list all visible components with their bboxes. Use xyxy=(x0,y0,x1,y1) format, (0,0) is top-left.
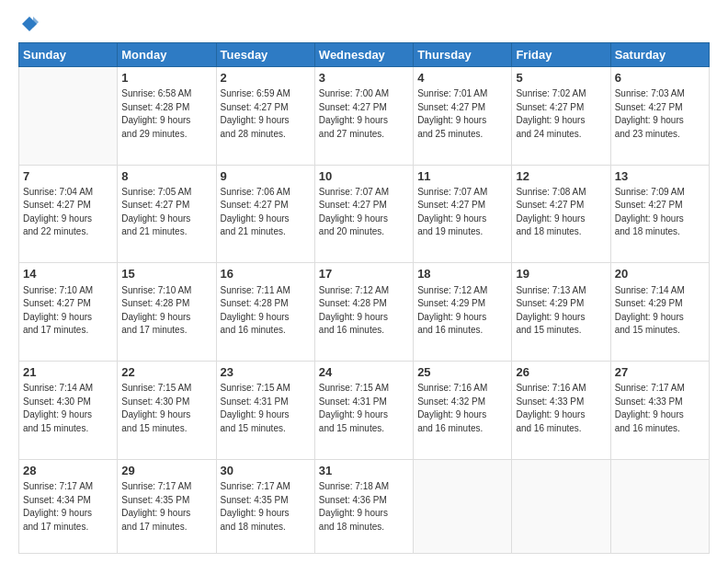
weekday-saturday: Saturday xyxy=(610,43,709,67)
calendar-cell: 4Sunrise: 7:01 AM Sunset: 4:27 PM Daylig… xyxy=(414,67,512,166)
day-info: Sunrise: 7:00 AM Sunset: 4:27 PM Dayligh… xyxy=(319,87,409,141)
day-number: 22 xyxy=(121,364,211,381)
calendar-table: SundayMondayTuesdayWednesdayThursdayFrid… xyxy=(18,42,710,554)
calendar-cell xyxy=(610,459,709,553)
day-info: Sunrise: 6:59 AM Sunset: 4:27 PM Dayligh… xyxy=(221,87,311,141)
weekday-wednesday: Wednesday xyxy=(314,43,413,67)
day-info: Sunrise: 7:14 AM Sunset: 4:29 PM Dayligh… xyxy=(615,284,705,338)
day-number: 30 xyxy=(221,463,311,479)
day-info: Sunrise: 7:07 AM Sunset: 4:27 PM Dayligh… xyxy=(417,186,507,239)
day-number: 8 xyxy=(121,168,211,185)
calendar-cell: 25Sunrise: 7:16 AM Sunset: 4:32 PM Dayli… xyxy=(414,362,512,460)
calendar-cell: 19Sunrise: 7:13 AM Sunset: 4:29 PM Dayli… xyxy=(512,263,610,362)
day-number: 15 xyxy=(121,266,211,282)
logo xyxy=(18,15,39,33)
calendar-cell: 5Sunrise: 7:02 AM Sunset: 4:27 PM Daylig… xyxy=(512,67,610,166)
day-number: 26 xyxy=(516,364,606,381)
day-number: 3 xyxy=(319,70,409,86)
week-row-3: 21Sunrise: 7:14 AM Sunset: 4:30 PM Dayli… xyxy=(19,362,710,460)
day-number: 17 xyxy=(319,266,409,282)
day-info: Sunrise: 7:15 AM Sunset: 4:31 PM Dayligh… xyxy=(221,382,311,435)
calendar-cell: 14Sunrise: 7:10 AM Sunset: 4:27 PM Dayli… xyxy=(19,263,118,362)
day-info: Sunrise: 7:04 AM Sunset: 4:27 PM Dayligh… xyxy=(23,186,113,239)
day-info: Sunrise: 7:03 AM Sunset: 4:27 PM Dayligh… xyxy=(615,87,705,141)
day-info: Sunrise: 7:12 AM Sunset: 4:29 PM Dayligh… xyxy=(417,284,507,338)
day-info: Sunrise: 7:09 AM Sunset: 4:27 PM Dayligh… xyxy=(615,186,705,239)
day-number: 28 xyxy=(23,463,113,479)
calendar-cell: 29Sunrise: 7:17 AM Sunset: 4:35 PM Dayli… xyxy=(118,459,216,553)
weekday-monday: Monday xyxy=(118,43,216,67)
svg-marker-1 xyxy=(33,17,39,28)
calendar-cell: 15Sunrise: 7:10 AM Sunset: 4:28 PM Dayli… xyxy=(118,263,216,362)
day-info: Sunrise: 7:01 AM Sunset: 4:27 PM Dayligh… xyxy=(417,87,507,141)
day-number: 29 xyxy=(121,463,211,479)
day-number: 2 xyxy=(221,70,311,86)
calendar-cell: 31Sunrise: 7:18 AM Sunset: 4:36 PM Dayli… xyxy=(314,459,413,553)
calendar-cell: 6Sunrise: 7:03 AM Sunset: 4:27 PM Daylig… xyxy=(610,67,709,166)
day-info: Sunrise: 7:16 AM Sunset: 4:32 PM Dayligh… xyxy=(417,382,507,435)
calendar-cell: 26Sunrise: 7:16 AM Sunset: 4:33 PM Dayli… xyxy=(512,362,610,460)
day-number: 11 xyxy=(417,168,507,185)
day-number: 1 xyxy=(121,70,211,86)
page: SundayMondayTuesdayWednesdayThursdayFrid… xyxy=(0,0,728,563)
day-info: Sunrise: 7:16 AM Sunset: 4:33 PM Dayligh… xyxy=(516,382,606,435)
calendar-cell: 7Sunrise: 7:04 AM Sunset: 4:27 PM Daylig… xyxy=(19,165,118,263)
day-info: Sunrise: 7:18 AM Sunset: 4:36 PM Dayligh… xyxy=(319,480,409,534)
calendar-cell: 12Sunrise: 7:08 AM Sunset: 4:27 PM Dayli… xyxy=(512,165,610,263)
day-info: Sunrise: 7:05 AM Sunset: 4:27 PM Dayligh… xyxy=(121,186,211,239)
day-info: Sunrise: 7:06 AM Sunset: 4:27 PM Dayligh… xyxy=(221,186,311,239)
day-info: Sunrise: 7:17 AM Sunset: 4:33 PM Dayligh… xyxy=(615,382,705,435)
day-info: Sunrise: 7:13 AM Sunset: 4:29 PM Dayligh… xyxy=(516,284,606,338)
day-info: Sunrise: 7:14 AM Sunset: 4:30 PM Dayligh… xyxy=(23,382,113,435)
calendar-cell xyxy=(19,67,118,166)
day-info: Sunrise: 7:17 AM Sunset: 4:35 PM Dayligh… xyxy=(221,480,311,534)
calendar-cell: 18Sunrise: 7:12 AM Sunset: 4:29 PM Dayli… xyxy=(414,263,512,362)
day-number: 27 xyxy=(615,364,705,381)
day-info: Sunrise: 7:17 AM Sunset: 4:35 PM Dayligh… xyxy=(121,480,211,534)
calendar-cell: 17Sunrise: 7:12 AM Sunset: 4:28 PM Dayli… xyxy=(314,263,413,362)
day-number: 13 xyxy=(615,168,705,185)
calendar-cell: 28Sunrise: 7:17 AM Sunset: 4:34 PM Dayli… xyxy=(19,459,118,553)
calendar-cell: 21Sunrise: 7:14 AM Sunset: 4:30 PM Dayli… xyxy=(19,362,118,460)
calendar-cell xyxy=(414,459,512,553)
day-number: 23 xyxy=(221,364,311,381)
day-info: Sunrise: 7:02 AM Sunset: 4:27 PM Dayligh… xyxy=(516,87,606,141)
calendar-cell: 1Sunrise: 6:58 AM Sunset: 4:28 PM Daylig… xyxy=(118,67,216,166)
day-number: 25 xyxy=(417,364,507,381)
day-info: Sunrise: 7:15 AM Sunset: 4:31 PM Dayligh… xyxy=(319,382,409,435)
day-info: Sunrise: 7:15 AM Sunset: 4:30 PM Dayligh… xyxy=(121,382,211,435)
calendar-cell: 30Sunrise: 7:17 AM Sunset: 4:35 PM Dayli… xyxy=(216,459,314,553)
day-info: Sunrise: 6:58 AM Sunset: 4:28 PM Dayligh… xyxy=(121,87,211,141)
calendar-cell: 24Sunrise: 7:15 AM Sunset: 4:31 PM Dayli… xyxy=(314,362,413,460)
day-number: 24 xyxy=(319,364,409,381)
day-info: Sunrise: 7:11 AM Sunset: 4:28 PM Dayligh… xyxy=(221,284,311,338)
day-number: 18 xyxy=(417,266,507,282)
day-info: Sunrise: 7:08 AM Sunset: 4:27 PM Dayligh… xyxy=(516,186,606,239)
week-row-4: 28Sunrise: 7:17 AM Sunset: 4:34 PM Dayli… xyxy=(19,459,710,553)
week-row-1: 7Sunrise: 7:04 AM Sunset: 4:27 PM Daylig… xyxy=(19,165,710,263)
day-number: 4 xyxy=(417,70,507,86)
day-number: 9 xyxy=(221,168,311,185)
weekday-friday: Friday xyxy=(512,43,610,67)
logo-icon xyxy=(20,15,39,33)
calendar-cell: 13Sunrise: 7:09 AM Sunset: 4:27 PM Dayli… xyxy=(610,165,709,263)
calendar-cell: 9Sunrise: 7:06 AM Sunset: 4:27 PM Daylig… xyxy=(216,165,314,263)
day-info: Sunrise: 7:10 AM Sunset: 4:28 PM Dayligh… xyxy=(121,284,211,338)
calendar-cell: 23Sunrise: 7:15 AM Sunset: 4:31 PM Dayli… xyxy=(216,362,314,460)
day-number: 6 xyxy=(615,70,705,86)
day-number: 14 xyxy=(23,266,113,282)
calendar-cell: 20Sunrise: 7:14 AM Sunset: 4:29 PM Dayli… xyxy=(610,263,709,362)
day-info: Sunrise: 7:10 AM Sunset: 4:27 PM Dayligh… xyxy=(23,284,113,338)
weekday-sunday: Sunday xyxy=(19,43,118,67)
header xyxy=(18,15,710,33)
calendar-cell: 11Sunrise: 7:07 AM Sunset: 4:27 PM Dayli… xyxy=(414,165,512,263)
day-number: 5 xyxy=(516,70,606,86)
calendar-cell xyxy=(512,459,610,553)
day-info: Sunrise: 7:07 AM Sunset: 4:27 PM Dayligh… xyxy=(319,186,409,239)
weekday-tuesday: Tuesday xyxy=(216,43,314,67)
day-number: 7 xyxy=(23,168,113,185)
day-number: 16 xyxy=(221,266,311,282)
calendar-cell: 8Sunrise: 7:05 AM Sunset: 4:27 PM Daylig… xyxy=(118,165,216,263)
day-number: 21 xyxy=(23,364,113,381)
day-number: 10 xyxy=(319,168,409,185)
